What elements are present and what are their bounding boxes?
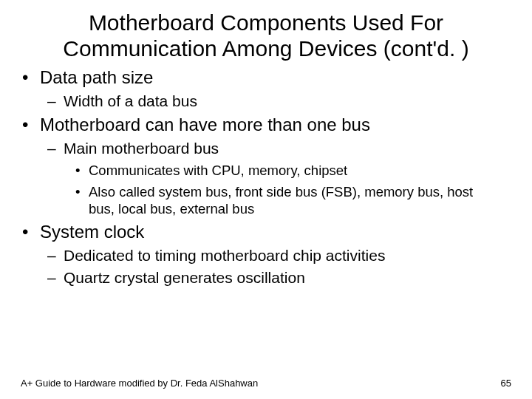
bullet-text: Main motherboard bus <box>64 140 219 157</box>
list-item: Main motherboard bus Communicates with C… <box>21 140 511 217</box>
list-item: Also called system bus, front side bus (… <box>21 183 511 217</box>
list-item: Communicates with CPU, memory, chipset <box>21 162 511 179</box>
footer-text: A+ Guide to Hardware modified by Dr. Fed… <box>21 378 258 389</box>
bullet-text: Dedicated to timing motherboard chip act… <box>64 247 385 264</box>
list-item: System clock Dedicated to timing motherb… <box>21 222 511 287</box>
bullet-text: System clock <box>40 222 144 242</box>
slide: Motherboard Components Used For Communic… <box>0 0 532 399</box>
bullet-list: Data path size Width of a data bus Mothe… <box>21 67 511 287</box>
bullet-text: Quartz crystal generates oscillation <box>64 269 305 286</box>
page-number: 65 <box>501 378 511 389</box>
list-item: Motherboard can have more than one bus M… <box>21 115 511 217</box>
bullet-text: Also called system bus, front side bus (… <box>89 183 502 217</box>
list-item: Dedicated to timing motherboard chip act… <box>21 247 511 265</box>
slide-title: Motherboard Components Used For Communic… <box>35 10 497 61</box>
bullet-text: Data path size <box>40 67 153 87</box>
list-item: Width of a data bus <box>21 92 511 110</box>
footer: A+ Guide to Hardware modified by Dr. Fed… <box>21 378 511 389</box>
list-item: Quartz crystal generates oscillation <box>21 269 511 287</box>
bullet-text: Communicates with CPU, memory, chipset <box>89 162 347 179</box>
list-item: Data path size Width of a data bus <box>21 67 511 110</box>
bullet-text: Motherboard can have more than one bus <box>40 115 370 134</box>
bullet-text: Width of a data bus <box>64 92 197 109</box>
